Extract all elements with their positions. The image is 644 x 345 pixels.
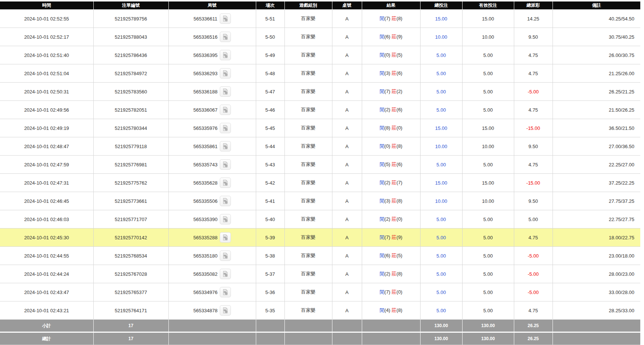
player-label: 閒 [380, 253, 384, 258]
game-group-cell: 百家樂 [284, 283, 332, 301]
banker-score: (0) [396, 289, 402, 295]
video-replay-button[interactable] [220, 159, 231, 170]
time-cell: 2024-10-01 02:44:55 [0, 247, 93, 265]
remark-cell: 27.75/37.25 [553, 192, 640, 210]
total-bet-link[interactable]: 5.00 [437, 235, 446, 240]
player-label: 閒 [380, 162, 384, 167]
session-cell: 5-47 [256, 83, 284, 101]
bet-history-page: 時間 注單編號 局號 場次 遊戲組別 桌號 結果 總投注 有效投注 總派彩 備註… [0, 0, 644, 345]
column-header-result: 結果 [362, 1, 420, 10]
video-replay-button[interactable] [220, 250, 231, 261]
video-replay-button[interactable] [220, 305, 231, 316]
total-bet-link[interactable]: 5.00 [437, 89, 446, 95]
video-replay-button[interactable] [220, 123, 231, 133]
video-replay-button[interactable] [220, 86, 231, 97]
player-label: 閒 [380, 70, 384, 76]
total-bet-link[interactable]: 5.00 [437, 290, 446, 295]
table-no-cell: A [332, 301, 362, 320]
video-replay-button[interactable] [220, 13, 231, 24]
video-replay-button[interactable] [220, 105, 231, 115]
total-bet-link[interactable]: 15.00 [435, 16, 447, 22]
banker-label: 莊 [392, 180, 396, 185]
banker-score: (6) [396, 162, 402, 167]
total-bet-link[interactable]: 10.00 [435, 198, 447, 204]
game-group-cell: 百家樂 [284, 137, 332, 156]
column-header-session: 場次 [256, 1, 284, 10]
player-score: (7) [384, 234, 390, 240]
valid-bet-cell: 15.00 [462, 10, 514, 28]
banker-label: 莊 [392, 89, 396, 94]
subtotal-count: 17 [93, 320, 168, 332]
video-file-icon [222, 179, 229, 186]
player-label: 閒 [380, 289, 384, 295]
total-bet-link[interactable]: 5.00 [437, 162, 446, 167]
valid-bet-cell: 5.00 [462, 265, 514, 283]
table-no-cell: A [332, 28, 362, 46]
video-replay-button[interactable] [220, 32, 231, 42]
total-bet-link[interactable]: 5.00 [437, 52, 446, 58]
round-no-cell: 565335082 [168, 265, 256, 283]
video-replay-button[interactable] [220, 196, 231, 206]
total-bet-link[interactable]: 10.00 [435, 144, 447, 149]
session-cell: 5-42 [256, 174, 284, 192]
video-replay-button[interactable] [220, 214, 231, 224]
remark-cell: 23.00/18.00 [553, 247, 640, 265]
total-bet-link[interactable]: 5.00 [437, 271, 446, 277]
video-file-icon [222, 15, 229, 22]
video-replay-button[interactable] [220, 178, 231, 188]
result-cell: 閒(2) 莊(0) [362, 210, 420, 229]
total-bet-link[interactable]: 15.00 [435, 125, 447, 131]
banker-label: 莊 [392, 143, 396, 149]
valid-bet-cell: 5.00 [462, 229, 514, 247]
round-no-cell: 565335628 [168, 174, 256, 192]
result-cell: 閒(7) 莊(9) [362, 229, 420, 247]
result-cell: 閒(0) 莊(8) [362, 137, 420, 156]
total-bet-link[interactable]: 5.00 [437, 308, 446, 313]
time-cell: 2024-10-01 02:51:04 [0, 64, 93, 83]
player-label: 閒 [380, 52, 384, 58]
subtotal-total-bet: 130.00 [420, 320, 462, 332]
total-bet-link[interactable]: 10.00 [435, 34, 447, 40]
table-no-cell: A [332, 119, 362, 137]
round-no-cell: 565335288 [168, 229, 256, 247]
bet-id-cell: 521925764171 [93, 301, 168, 320]
total-bet-link[interactable]: 5.00 [437, 253, 446, 259]
total-bet-cell: 10.00 [420, 28, 462, 46]
total-bet-cell: 5.00 [420, 247, 462, 265]
player-score: (0) [384, 52, 390, 58]
player-score: (5) [384, 162, 390, 167]
session-cell: 5-39 [256, 229, 284, 247]
video-replay-button[interactable] [220, 50, 231, 60]
player-label: 閒 [380, 180, 384, 185]
payout-cell: 4.75 [514, 229, 553, 247]
total-bet-link[interactable]: 5.00 [437, 107, 446, 113]
total-bet-link[interactable]: 15.00 [435, 180, 447, 186]
total-bet-cell: 15.00 [420, 174, 462, 192]
banker-score: (0) [396, 216, 402, 222]
player-label: 閒 [380, 89, 384, 94]
video-replay-button[interactable] [220, 232, 231, 243]
player-score: (2) [384, 180, 390, 185]
time-cell: 2024-10-01 02:43:47 [0, 283, 93, 301]
table-row: 2024-10-01 02:48:47 521925779118 5653358… [0, 137, 640, 156]
video-replay-button[interactable] [220, 269, 231, 279]
total-bet-cell: 15.00 [420, 119, 462, 137]
result-cell: 閒(2) 莊(7) [362, 174, 420, 192]
player-score: (2) [384, 271, 390, 277]
time-cell: 2024-10-01 02:47:59 [0, 156, 93, 174]
player-label: 閒 [380, 143, 384, 149]
table-no-cell: A [332, 229, 362, 247]
table-no-cell: A [332, 83, 362, 101]
total-count: 17 [93, 332, 168, 345]
round-no: 565334976 [193, 290, 218, 295]
bet-id-cell: 521925789756 [93, 10, 168, 28]
video-replay-button[interactable] [220, 287, 231, 297]
round-no-cell: 565336516 [168, 28, 256, 46]
total-bet-link[interactable]: 5.00 [437, 217, 446, 222]
video-replay-button[interactable] [220, 141, 231, 151]
total-bet-link[interactable]: 5.00 [437, 71, 446, 76]
payout-cell: -5.00 [514, 83, 553, 101]
round-no-cell: 565336067 [168, 101, 256, 119]
video-replay-button[interactable] [220, 68, 231, 79]
table-row: 2024-10-01 02:43:21 521925764171 5653348… [0, 301, 640, 320]
